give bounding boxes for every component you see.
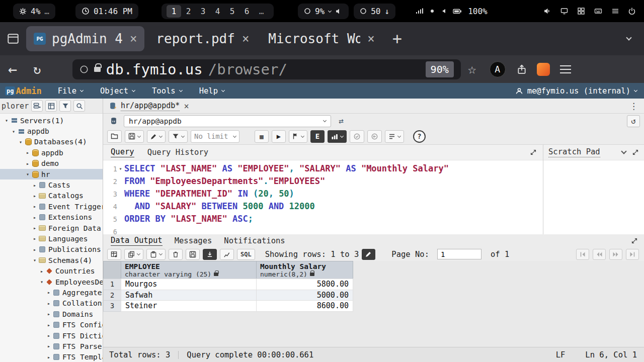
stop-button[interactable]: ■: [255, 130, 269, 143]
scratch-pad-body[interactable]: [543, 160, 644, 234]
close-tab-icon[interactable]: ×: [130, 32, 137, 46]
tree-item-aggregates[interactable]: ▸Aggregates: [0, 287, 103, 298]
edit-button[interactable]: [147, 130, 166, 143]
cell-salary[interactable]: 8600.00: [256, 300, 353, 312]
tree-expand-arrow[interactable]: ▸: [45, 354, 52, 360]
account-menu[interactable]: me@fymio.us (internal): [515, 86, 637, 96]
tree-item-servers-1-[interactable]: ▾Servers(1): [0, 115, 103, 126]
menu-object[interactable]: Object: [100, 86, 135, 96]
sql-line[interactable]: WHERE "DEPARTMENT_ID" IN (20, 50): [124, 188, 543, 200]
explain-analyze-button[interactable]: [328, 130, 347, 143]
macros-button[interactable]: [385, 130, 404, 143]
dependencies-button[interactable]: [45, 100, 57, 112]
tree-expand-arrow[interactable]: ▸: [45, 333, 52, 338]
tree-item-domains[interactable]: ▸Domains: [0, 309, 103, 319]
tree-item-fts-dictionaries[interactable]: ▸FTS Dictionaries: [0, 330, 103, 341]
tree-expand-arrow[interactable]: ▾: [31, 257, 38, 263]
tree-item-hr[interactable]: ▾hr: [0, 169, 103, 179]
tree-expand-arrow[interactable]: ▸: [45, 343, 52, 349]
tree-expand-arrow[interactable]: ▾: [24, 171, 31, 177]
expand-icon[interactable]: [632, 149, 639, 156]
help-button[interactable]: ?: [413, 130, 426, 143]
column-header-1[interactable]: EMPLOYEEcharacter varying (25): [121, 261, 257, 279]
tab-list-chevron-icon[interactable]: [626, 35, 631, 40]
tree-expand-arrow[interactable]: ▸: [45, 311, 52, 317]
tree-expand-arrow[interactable]: ▸: [45, 290, 52, 295]
graph-visualiser-button[interactable]: [220, 249, 234, 260]
column-header-2[interactable]: Mounthly Salarynumeric(8,2): [256, 261, 353, 279]
cell-salary[interactable]: 5800.00: [256, 279, 353, 290]
expand-icon[interactable]: [530, 149, 537, 156]
sql-line[interactable]: FROM "EmployeesDepartments"."EMPLOYEES": [124, 175, 543, 188]
menu-tools[interactable]: Tools: [152, 86, 182, 96]
add-server-button[interactable]: [31, 100, 43, 112]
bookmark-star-icon[interactable]: ☆: [468, 61, 476, 77]
tree-expand-arrow[interactable]: ▸: [24, 161, 31, 166]
chevron-down-icon[interactable]: [137, 134, 141, 137]
tree-item-fts-templates[interactable]: ▸FTS Templates: [0, 352, 103, 362]
cell-employee[interactable]: Steiner: [121, 300, 257, 312]
execute-options-button[interactable]: [289, 130, 307, 143]
chevron-down-icon[interactable]: [340, 134, 344, 137]
tree-item-fts-parsers[interactable]: ▸FTS Parsers: [0, 341, 103, 351]
extension-icon[interactable]: [537, 63, 550, 76]
connection-select[interactable]: hr/app@appdb: [124, 115, 331, 127]
chevron-down-icon[interactable]: [301, 134, 304, 137]
reload-button[interactable]: ↻: [33, 62, 41, 77]
back-button[interactable]: ←: [8, 60, 17, 78]
tree-expand-arrow[interactable]: ▸: [31, 215, 38, 220]
tab-data-output[interactable]: Data Output: [111, 236, 163, 246]
sql-line[interactable]: [124, 225, 543, 234]
tree-item-appdb[interactable]: ▾appdb: [0, 126, 103, 136]
commit-button[interactable]: [350, 130, 364, 143]
tree-item-languages[interactable]: ▸Languages: [0, 233, 103, 244]
windows-icon[interactable]: [577, 7, 585, 15]
workspace-5[interactable]: 5: [225, 5, 239, 18]
tree-item-catalogs[interactable]: ▸Catalogs: [0, 191, 103, 201]
workspace-1[interactable]: 1: [167, 5, 181, 18]
sql-button[interactable]: SQL: [237, 249, 255, 260]
tree-item-collations[interactable]: ▸Collations: [0, 298, 103, 309]
tree-item-extensions[interactable]: ▸Extensions: [0, 212, 103, 223]
menu-file[interactable]: File: [58, 86, 83, 96]
tree-item-appdb[interactable]: ▸appdb: [0, 147, 103, 158]
eol-indicator[interactable]: LF: [556, 350, 566, 359]
menu-icon[interactable]: [611, 7, 619, 15]
tree-expand-arrow[interactable]: ▾: [38, 279, 45, 285]
filter-button[interactable]: [59, 100, 71, 112]
copy-button[interactable]: [124, 249, 143, 260]
restore-layout-button[interactable]: ↺: [627, 115, 640, 127]
close-icon[interactable]: ×: [184, 101, 189, 111]
tree-expand-arrow[interactable]: ▸: [45, 301, 52, 306]
execute-button[interactable]: ▶: [272, 130, 286, 143]
panel-menu-icon[interactable]: ⋮: [629, 101, 638, 111]
query-tool-tab[interactable]: hr/app@appdb* ×: [109, 101, 189, 111]
tree-expand-arrow[interactable]: ▾: [10, 129, 17, 134]
chevron-down-icon[interactable]: [621, 148, 626, 154]
sql-code[interactable]: SELECT "LAST_NAME" AS "EMPLOYEE", "SALAR…: [124, 162, 543, 234]
chevron-down-icon[interactable]: [159, 252, 163, 255]
chevron-down-icon[interactable]: [159, 134, 163, 137]
page-no-input[interactable]: [437, 249, 481, 259]
delete-row-button[interactable]: [169, 249, 183, 260]
tree-item-countries[interactable]: ▸Countries: [0, 265, 103, 276]
expand-icon[interactable]: [631, 237, 638, 244]
tab-query-history[interactable]: Query History: [147, 148, 208, 157]
tree-expand-arrow[interactable]: ▸: [31, 247, 38, 252]
sql-editor[interactable]: 1▾23456 SELECT "LAST_NAME" AS "EMPLOYEE"…: [103, 160, 543, 234]
explain-button[interactable]: E: [310, 130, 325, 143]
lock-icon[interactable]: [94, 67, 101, 72]
workspace-switcher[interactable]: 123456…: [162, 4, 274, 19]
open-file-button[interactable]: [107, 130, 122, 143]
search-button[interactable]: [73, 100, 85, 112]
keyboard-icon[interactable]: [594, 7, 603, 15]
volume-icon[interactable]: [543, 7, 551, 15]
paste-button[interactable]: [146, 249, 166, 260]
url-bar[interactable]: db.fymio.us/browser/ 90%: [72, 59, 461, 79]
row-limit-select[interactable]: No limit: [191, 130, 239, 143]
browser-menu-icon[interactable]: [560, 65, 571, 73]
close-tab-icon[interactable]: ×: [367, 32, 374, 46]
browser-tab-pgadmin[interactable]: PG pgAdmin 4 ×: [26, 26, 144, 51]
tree-expand-arrow[interactable]: ▸: [31, 225, 38, 231]
tree-item-foreign-data-wrappers[interactable]: ▸Foreign Data Wrappers: [0, 223, 103, 233]
